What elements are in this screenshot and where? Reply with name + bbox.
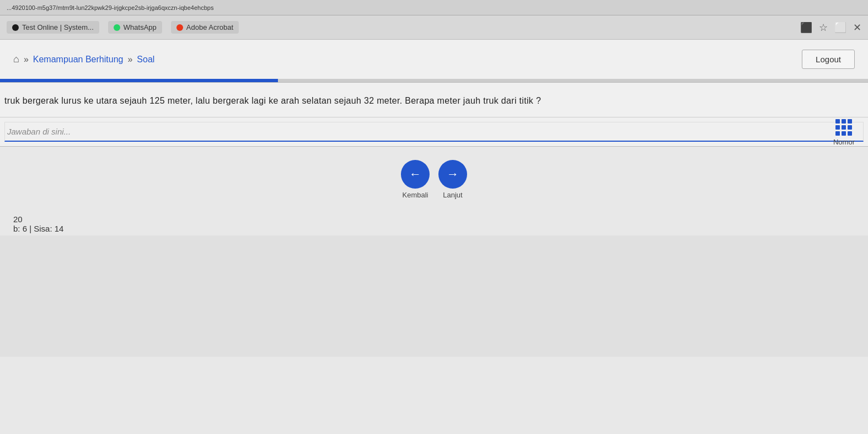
answer-area xyxy=(0,117,868,146)
tab-icon-test xyxy=(12,24,19,31)
breadcrumb-separator-1: » xyxy=(24,55,29,65)
tab-icon-whatsapp xyxy=(114,24,120,31)
grid-dot-3 xyxy=(848,119,852,124)
tab-label-whatsapp: WhatsApp xyxy=(124,23,157,31)
footer-area xyxy=(0,235,868,357)
grid-dot-6 xyxy=(848,125,852,130)
next-button[interactable]: → xyxy=(438,160,467,189)
browser-tabs-bar: Test Online | System... WhatsApp Adobe A… xyxy=(0,15,868,40)
cast-icon[interactable]: ⬛ xyxy=(800,22,812,34)
grid-dot-1 xyxy=(835,119,840,124)
maximize-icon[interactable]: ⬜ xyxy=(834,22,846,34)
grid-dot-8 xyxy=(842,131,846,136)
tab-label-test: Test Online | System... xyxy=(22,23,94,31)
back-label: Kembali xyxy=(403,191,428,199)
close-icon[interactable]: ✕ xyxy=(853,22,861,34)
breadcrumb-separator-2: » xyxy=(127,55,132,65)
grid-dot-4 xyxy=(835,125,840,130)
tab-whatsapp[interactable]: WhatsApp xyxy=(108,21,162,34)
tab-test-online[interactable]: Test Online | System... xyxy=(7,21,99,34)
back-button[interactable]: ← xyxy=(401,160,430,189)
grid-dot-9 xyxy=(848,131,852,136)
question-area: truk bergerak lurus ke utara sejauh 125 … xyxy=(0,83,868,117)
next-nav-group: → Lanjut xyxy=(438,160,467,199)
answer-input[interactable] xyxy=(4,122,864,142)
page-content: ⌂ » Kemampuan Berhitung » Soal Logout tr… xyxy=(0,40,868,235)
total-questions: 20 xyxy=(13,215,63,224)
next-label: Lanjut xyxy=(443,191,462,199)
grid-icon xyxy=(835,119,852,136)
question-stats: 20 b: 6 | Sisa: 14 xyxy=(13,215,63,233)
breadcrumb: ⌂ » Kemampuan Berhitung » Soal xyxy=(13,53,154,65)
breadcrumb-category[interactable]: Kemampuan Berhitung xyxy=(33,55,124,65)
home-icon[interactable]: ⌂ xyxy=(13,53,19,65)
url-bar: ...4920100-m5g37/mtm9t-lun22kpwk29-irjgk… xyxy=(0,0,868,15)
grid-dot-2 xyxy=(842,119,846,124)
question-text: truk bergerak lurus ke utara sejauh 125 … xyxy=(4,94,864,108)
nomor-button[interactable]: Nomor xyxy=(833,119,855,146)
browser-window-controls: ⬛ ☆ ⬜ ✕ xyxy=(800,22,861,34)
tab-adobe[interactable]: Adobe Acrobat xyxy=(171,21,239,34)
breadcrumb-bar: ⌂ » Kemampuan Berhitung » Soal Logout xyxy=(0,40,868,79)
breadcrumb-current: Soal xyxy=(137,55,154,65)
grid-dot-7 xyxy=(835,131,840,136)
tab-label-adobe: Adobe Acrobat xyxy=(186,23,233,31)
jawab-sisa-info: b: 6 | Sisa: 14 xyxy=(13,224,63,233)
grid-dot-5 xyxy=(842,125,846,130)
tab-icon-adobe xyxy=(176,24,183,31)
navigation-area: ← Kembali → Lanjut Nomor xyxy=(0,147,868,212)
nomor-label: Nomor xyxy=(833,138,855,146)
bookmark-icon[interactable]: ☆ xyxy=(819,22,828,34)
logout-button[interactable]: Logout xyxy=(802,50,855,69)
url-text: ...4920100-m5g37/mtm9t-lun22kpwk29-irjgk… xyxy=(7,4,213,11)
back-nav-group: ← Kembali xyxy=(401,160,430,199)
bottom-info: 20 b: 6 | Sisa: 14 xyxy=(0,212,868,235)
